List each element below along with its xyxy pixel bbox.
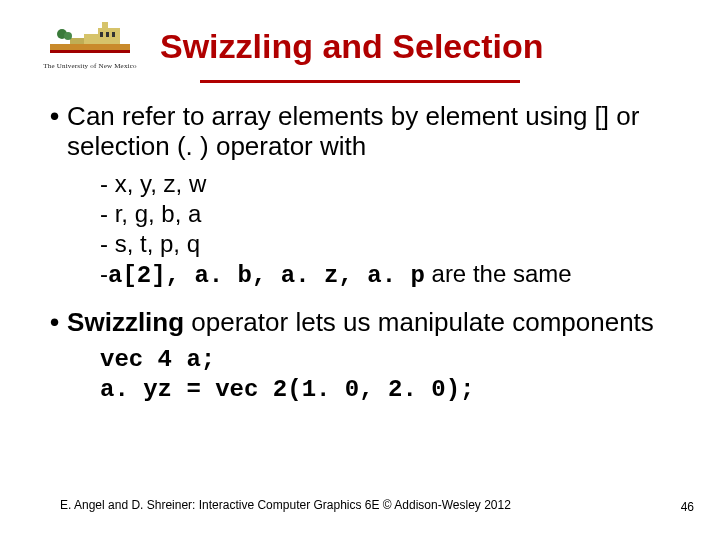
title-underline (200, 80, 520, 83)
logo-block: The University of New Mexico (40, 20, 140, 70)
slide-content: • Can refer to array elements by element… (40, 101, 680, 405)
bullet-2-text: Swizzling operator lets us manipulate co… (67, 307, 654, 337)
sub-item-4-code: a[2], a. b, a. z, a. p (108, 262, 425, 289)
university-name: The University of New Mexico (40, 62, 140, 70)
header: The University of New Mexico Swizzling a… (40, 20, 680, 70)
bullet-2-tail: operator lets us manipulate components (184, 307, 654, 337)
code-block: vec 4 a; a. yz = vec 2(1. 0, 2. 0); (50, 345, 680, 405)
bullet-2-bold: Swizzling (67, 307, 184, 337)
bullet-1-text: Can refer to array elements by element u… (67, 101, 680, 161)
sublist-1: - x, y, z, w - r, g, b, a - s, t, p, q -… (50, 169, 680, 291)
svg-rect-0 (50, 50, 130, 53)
slide: The University of New Mexico Swizzling a… (0, 0, 720, 540)
sub-item-4: -a[2], a. b, a. z, a. p are the same (100, 259, 680, 291)
sub-item-4-tail: are the same (425, 260, 572, 287)
sub-item-2: - r, g, b, a (100, 199, 680, 229)
sub-item-3: - s, t, p, q (100, 229, 680, 259)
svg-rect-10 (112, 32, 115, 37)
svg-rect-5 (70, 38, 84, 44)
svg-point-7 (64, 32, 72, 40)
svg-rect-3 (102, 22, 108, 30)
code-line-1: vec 4 a; (100, 345, 680, 375)
svg-rect-1 (50, 44, 130, 50)
sub-item-1: - x, y, z, w (100, 169, 680, 199)
svg-rect-9 (106, 32, 109, 37)
bullet-dot-icon: • (50, 307, 59, 337)
footer-credit: E. Angel and D. Shreiner: Interactive Co… (60, 498, 511, 512)
university-logo-icon (50, 20, 130, 60)
svg-rect-4 (84, 34, 98, 44)
bullet-dot-icon: • (50, 101, 59, 131)
sub-item-3-text: s, t, p, q (115, 230, 200, 257)
slide-title: Swizzling and Selection (160, 20, 544, 65)
page-number: 46 (681, 500, 694, 514)
code-line-2: a. yz = vec 2(1. 0, 2. 0); (100, 375, 680, 405)
svg-rect-8 (100, 32, 103, 37)
sub-item-2-text: r, g, b, a (115, 200, 202, 227)
bullet-1: • Can refer to array elements by element… (50, 101, 680, 161)
bullet-2: • Swizzling operator lets us manipulate … (50, 307, 680, 337)
sub-item-1-text: x, y, z, w (115, 170, 207, 197)
